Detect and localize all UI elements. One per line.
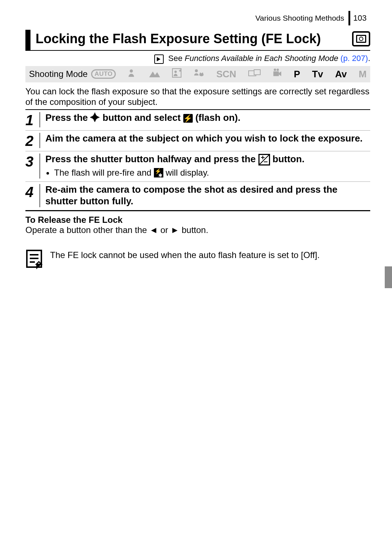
step-heading: Aim the camera at the subject on which y…	[45, 133, 369, 144]
svg-point-4	[195, 69, 198, 72]
step-1: 1 Press the ⯌ button and select ⚡ (flash…	[25, 110, 370, 130]
svg-point-2	[175, 70, 177, 73]
intro-paragraph: You can lock the flash exposure so that …	[25, 86, 370, 107]
step-number: 4	[25, 184, 40, 207]
step-number: 3	[25, 154, 40, 179]
see-link-text: Functions Available in Each Shooting Mod…	[185, 54, 338, 63]
mode-landscape-icon	[149, 69, 160, 80]
release-title: To Release the FE Lock	[25, 215, 370, 225]
side-thumb-tab	[385, 266, 392, 288]
shooting-mode-label: Shooting Mode	[29, 69, 87, 79]
step-4: 4 Re-aim the camera to compose the shot …	[25, 181, 370, 210]
steps-list: 1 Press the ⯌ button and select ⚡ (flash…	[25, 109, 370, 211]
note-text: The FE lock cannot be used when the auto…	[50, 250, 320, 261]
page-title: Locking the Flash Exposure Setting (FE L…	[36, 30, 352, 50]
mode-auto-icon: AUTO	[91, 69, 116, 79]
step-number: 2	[25, 133, 40, 148]
bullet-item: The flash will pre-fire and will display…	[54, 168, 369, 178]
title-bar	[25, 30, 30, 50]
fe-lock-indicator-icon	[154, 168, 163, 177]
mode-kids-pets-icon	[193, 68, 204, 80]
step-heading: Press the ⯌ button and select ⚡ (flash o…	[45, 112, 369, 124]
see-prefix: See	[168, 54, 185, 63]
step-3: 3 Press the shutter button halfway and p…	[25, 151, 370, 181]
svg-text:★: ★	[179, 68, 181, 72]
svg-point-0	[130, 69, 133, 73]
mode-stitch-icon	[248, 69, 261, 80]
svg-rect-9	[254, 70, 260, 75]
step-2: 2 Aim the camera at the subject on which…	[25, 130, 370, 151]
flash-button-icon: ⯌	[90, 113, 100, 124]
section-title-block: Locking the Flash Exposure Setting (FE L…	[25, 30, 370, 51]
mode-m-icon: M	[359, 69, 367, 80]
mode-icons: AUTO ★ SCN P Tv Av M	[91, 68, 367, 80]
shooting-mode-row: Shooting Mode AUTO ★ SCN P Tv	[25, 66, 370, 82]
flash-on-icon: ⚡	[183, 114, 193, 123]
step-heading: Re-aim the camera to compose the shot as…	[45, 184, 369, 207]
see-page-ref: (p. 207)	[338, 54, 368, 63]
camera-icon	[356, 35, 366, 43]
mode-p-icon: P	[294, 69, 300, 80]
reference-arrow-icon	[154, 54, 164, 64]
release-body: Operate a button other than the ◄ or ► b…	[25, 225, 370, 235]
step-number: 1	[25, 112, 40, 127]
mode-tv-icon: Tv	[312, 69, 323, 80]
mode-scn-icon: SCN	[216, 69, 236, 80]
memo-icon	[25, 250, 43, 271]
svg-rect-10	[273, 71, 279, 76]
step-bullets: The flash will pre-fire and will display…	[45, 168, 369, 178]
manual-page: Various Shooting Methods 103 Locking the…	[0, 0, 392, 293]
page-header: Various Shooting Methods 103	[25, 11, 370, 25]
see-period: .	[368, 54, 370, 63]
mode-av-icon: Av	[335, 69, 347, 80]
right-arrow-icon: ►	[171, 225, 179, 235]
svg-point-7	[202, 73, 203, 74]
mode-portrait-icon	[128, 68, 137, 80]
step-heading: Press the shutter button halfway and pre…	[45, 154, 369, 165]
svg-point-11	[274, 69, 276, 71]
shooting-mode-indicator-icon	[352, 31, 370, 46]
exposure-compensation-icon	[258, 154, 270, 165]
svg-point-12	[277, 69, 279, 71]
see-also-line: See Functions Available in Each Shooting…	[25, 54, 370, 64]
left-arrow-icon: ◄	[150, 225, 158, 235]
mode-night-snapshot-icon: ★	[172, 68, 181, 80]
mode-movie-icon	[273, 68, 282, 80]
note-row: The FE lock cannot be used when the auto…	[25, 250, 370, 271]
section-name: Various Shooting Methods	[256, 14, 344, 23]
header-divider	[348, 11, 350, 25]
release-section: To Release the FE Lock Operate a button …	[25, 215, 370, 235]
svg-point-6	[200, 73, 201, 74]
page-number: 103	[353, 13, 367, 23]
